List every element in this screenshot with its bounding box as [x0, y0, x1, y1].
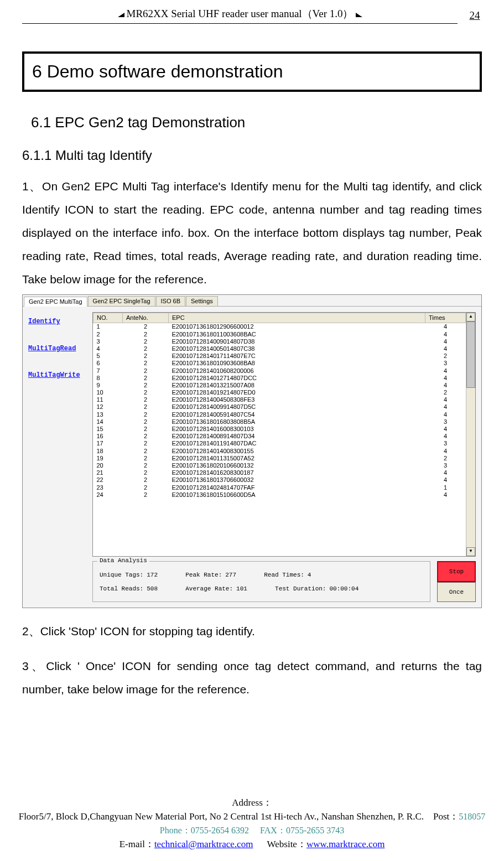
multitag-write-link[interactable]: MultiTagWrite: [28, 371, 92, 379]
cell-times: 4: [425, 403, 466, 411]
cell-no: 5: [93, 352, 123, 360]
cell-times: 4: [425, 448, 466, 455]
table-row[interactable]: 102E20010712814019214807ED02: [93, 389, 466, 396]
table-row[interactable]: 162E20010712814008914807D344: [93, 433, 466, 440]
footer-email-link[interactable]: technical@marktrace.com: [154, 839, 253, 849]
cell-ante: 2: [123, 396, 169, 403]
cell-no: 18: [93, 448, 123, 455]
cell-no: 9: [93, 382, 123, 389]
tab-gen2-multitag[interactable]: Gen2 EPC MultiTag: [24, 297, 87, 307]
table-row[interactable]: 232E20010712814024814707FAF1: [93, 484, 466, 491]
table-row[interactable]: 72E200107128140106082000064: [93, 367, 466, 375]
unique-tags-value: 172: [147, 572, 163, 579]
tab-iso-6b[interactable]: ISO 6B: [156, 296, 185, 306]
footer-website-link[interactable]: www.marktrace.com: [306, 839, 385, 849]
table-row[interactable]: 152E200107128140160083001034: [93, 426, 466, 433]
cell-times: 3: [425, 360, 466, 367]
cell-epc: E20010712814014008300155: [169, 448, 425, 455]
header-title: MR62XX Serial UHF reader user manual（Ver…: [127, 7, 354, 21]
cell-ante: 2: [123, 338, 169, 345]
cell-epc: E20010712814024814707FAF: [169, 484, 425, 491]
cell-epc: E20010712814008914807D34: [169, 433, 425, 440]
cell-epc: E20010712814011914807DAC: [169, 440, 425, 447]
cell-ante: 2: [123, 389, 169, 396]
cell-no: 16: [93, 433, 123, 440]
cell-times: 4: [425, 367, 466, 375]
cell-times: 2: [425, 352, 466, 360]
cell-epc: E20010713618011003608BAC: [169, 331, 425, 338]
table-row[interactable]: 42E20010712814005014807C384: [93, 345, 466, 352]
cell-times: 2: [425, 389, 466, 396]
cell-epc: E20010712814005014807C38: [169, 345, 425, 352]
cell-times: 3: [425, 462, 466, 469]
footer-address-label: Address：: [232, 797, 272, 808]
cell-no: 3: [93, 338, 123, 345]
cell-no: 13: [93, 411, 123, 418]
cell-epc: E20010713618020106600132: [169, 462, 425, 469]
table-row[interactable]: 92E20010712814013215007A084: [93, 382, 466, 389]
data-analysis-panel: Data Analysis Unique Tags: 172 Peak Rate…: [92, 561, 430, 602]
table-row[interactable]: 192E20010712814011315007A522: [93, 455, 466, 462]
table-row[interactable]: 142E20010713618016803808B5A3: [93, 418, 466, 426]
identify-link[interactable]: Identify: [28, 318, 92, 325]
stop-button[interactable]: Stop: [437, 561, 476, 582]
cell-times: 4: [425, 476, 466, 484]
table-row[interactable]: 112E20010712814004508308FE34: [93, 396, 466, 403]
avg-rate-label: Average Rate:: [185, 585, 233, 593]
cell-times: 4: [425, 338, 466, 345]
cell-no: 10: [93, 389, 123, 396]
tag-table-container: NO. AnteNo. EPC Times 12E200107136180129…: [92, 312, 476, 557]
table-row[interactable]: 12E200107136180129066000124: [93, 323, 466, 331]
col-header-no[interactable]: NO.: [93, 313, 123, 323]
scrollbar-thumb[interactable]: [466, 321, 475, 388]
tab-gen2-singletag[interactable]: Gen2 EPC SingleTag: [88, 296, 155, 306]
cell-no: 15: [93, 426, 123, 433]
cell-times: 4: [425, 396, 466, 403]
col-header-times[interactable]: Times: [425, 313, 466, 323]
cell-times: 4: [425, 331, 466, 338]
cell-no: 7: [93, 367, 123, 375]
avg-rate-value: 101: [236, 585, 253, 593]
cell-ante: 2: [123, 323, 169, 331]
cell-no: 6: [93, 360, 123, 367]
section-6-1-title: 6.1 EPC Gen2 tag Demonstration: [31, 114, 482, 131]
cell-ante: 2: [123, 403, 169, 411]
footer-post-label: Post：: [433, 811, 459, 822]
table-row[interactable]: 212E200107128140162083001874: [93, 469, 466, 476]
cell-no: 8: [93, 375, 123, 382]
table-row[interactable]: 242E20010713618015106600D5A4: [93, 491, 466, 499]
col-header-ante[interactable]: AnteNo.: [123, 313, 169, 323]
cell-times: 3: [425, 418, 466, 426]
cell-epc: E20010712814017114807E7C: [169, 352, 425, 360]
multitag-read-link[interactable]: MultiTagRead: [28, 345, 92, 352]
table-row[interactable]: 52E20010712814017114807E7C2: [93, 352, 466, 360]
once-button[interactable]: Once: [437, 582, 476, 602]
cell-epc: E20010712814012714807DCC: [169, 375, 425, 382]
table-row[interactable]: 222E200107136180137066000324: [93, 476, 466, 484]
col-header-epc[interactable]: EPC: [169, 313, 425, 323]
page-header: MR62XX Serial UHF reader user manual（Ver…: [22, 7, 482, 24]
footer-address: Floor5/7, Block D,Changyuan New Material…: [19, 811, 424, 822]
table-row[interactable]: 122E20010712814009914807D5C4: [93, 403, 466, 411]
paragraph-1: 1、On Gen2 EPC Multi Tag interface's Iden…: [22, 175, 482, 291]
cell-ante: 2: [123, 433, 169, 440]
cell-ante: 2: [123, 331, 169, 338]
scrollbar-down-icon[interactable]: ▼: [466, 547, 475, 556]
table-row[interactable]: 202E200107136180201066001323: [93, 462, 466, 469]
table-row[interactable]: 82E20010712814012714807DCC4: [93, 375, 466, 382]
table-row[interactable]: 172E20010712814011914807DAC3: [93, 440, 466, 447]
table-row[interactable]: 62E20010713618010903608BA83: [93, 360, 466, 367]
table-row[interactable]: 182E200107128140140083001554: [93, 448, 466, 455]
scrollbar-up-icon[interactable]: ▲: [466, 313, 475, 321]
table-row[interactable]: 32E20010712814009014807D384: [93, 338, 466, 345]
cell-no: 20: [93, 462, 123, 469]
table-row[interactable]: 132E20010712814005914807C544: [93, 411, 466, 418]
cell-epc: E20010713618013706600032: [169, 476, 425, 484]
cell-times: 4: [425, 375, 466, 382]
cell-no: 2: [93, 331, 123, 338]
table-row[interactable]: 22E20010713618011003608BAC4: [93, 331, 466, 338]
table-scrollbar[interactable]: ▲ ▼: [466, 313, 475, 556]
section-6-1-1-title: 6.1.1 Multi tag Identify: [22, 148, 482, 163]
tab-settings[interactable]: Settings: [186, 296, 218, 306]
read-times-label: Read Times:: [264, 572, 304, 579]
